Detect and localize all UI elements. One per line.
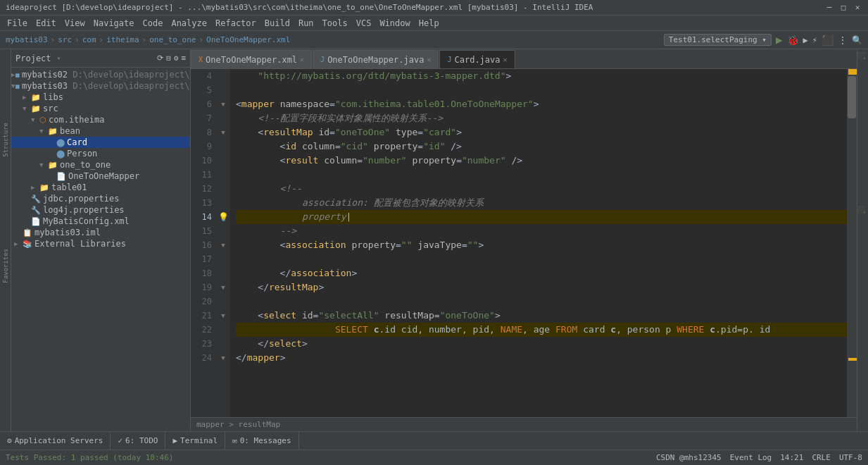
- more-run-options[interactable]: ⋮: [838, 35, 848, 46]
- nav-mybatis03[interactable]: mybatis03: [6, 35, 48, 44]
- list-item[interactable]: 🔧 jdbc.properties: [11, 193, 190, 204]
- code-line[interactable]: </resultMap>: [236, 280, 847, 294]
- list-item[interactable]: ▶ ◼ mybatis02 D:\develop\ideaproject\m..…: [11, 69, 190, 80]
- editor-content[interactable]: 4 5 6 7 8 9 10 11 12 13 14 15 16 17 18 1…: [191, 69, 857, 417]
- menu-build[interactable]: Build: [260, 17, 294, 30]
- menu-code[interactable]: Code: [139, 17, 168, 30]
- scrollbar[interactable]: [847, 69, 857, 417]
- menu-vcs[interactable]: VCS: [352, 17, 376, 30]
- nav-filename[interactable]: OneToOneMapper.xml: [206, 35, 290, 44]
- list-item[interactable]: ▼ 📁 src: [11, 103, 190, 114]
- list-item[interactable]: ▼ ◼ mybatis03 D:\develop\ideaproject\m..…: [11, 80, 190, 92]
- tree-item-label: Card: [67, 137, 87, 147]
- run-button[interactable]: ▶: [776, 33, 783, 46]
- code-line[interactable]: association: 配置被包含对象的映射关系: [236, 196, 847, 210]
- settings-icon[interactable]: ⚙: [174, 54, 179, 63]
- menu-run[interactable]: Run: [294, 17, 318, 30]
- list-item[interactable]: 📄 MyBatisConfig.xml: [11, 216, 190, 227]
- code-line[interactable]: [236, 294, 847, 309]
- menu-file[interactable]: File: [3, 17, 32, 30]
- restore-button[interactable]: □: [838, 3, 848, 12]
- toolbar-search[interactable]: 🔍: [852, 35, 862, 45]
- menu-navigate[interactable]: Navigate: [89, 17, 139, 30]
- fold-icon[interactable]: ▼: [221, 354, 225, 361]
- code-line[interactable]: <!--: [236, 182, 847, 196]
- nav-sep5: ›: [199, 35, 203, 44]
- code-line[interactable]: <association property="" javaType="">: [236, 238, 847, 252]
- collapse-all-icon[interactable]: ⊟: [166, 54, 171, 63]
- code-line[interactable]: [236, 168, 847, 182]
- tab-onetoonemapper-java[interactable]: J OneToOneMapper.java ✕: [313, 50, 439, 68]
- menu-tools[interactable]: Tools: [318, 17, 352, 30]
- code-line[interactable]: -->: [236, 224, 847, 238]
- code-line[interactable]: [236, 83, 847, 97]
- run-config-dropdown[interactable]: Test01.selectPaging ▾: [664, 34, 772, 46]
- bottom-tab-app-servers[interactable]: ⚙ Application Servers: [0, 432, 111, 450]
- todo-icon: ✓: [118, 436, 122, 445]
- menu-refactor[interactable]: Refactor: [211, 17, 260, 30]
- fold-icon[interactable]: ▼: [221, 242, 225, 249]
- close-button[interactable]: ✕: [853, 3, 862, 12]
- fold-icon[interactable]: ▼: [221, 129, 225, 136]
- code-line[interactable]: [236, 252, 847, 266]
- list-item[interactable]: ⬤ Person: [11, 148, 190, 159]
- tab-close-icon[interactable]: ✕: [427, 56, 431, 63]
- nav-src[interactable]: src: [58, 35, 72, 44]
- list-item[interactable]: 🔧 log4j.properties: [11, 204, 190, 216]
- list-item[interactable]: ▼ ⬡ com.itheima: [11, 114, 190, 125]
- menu-window[interactable]: Window: [375, 17, 414, 30]
- list-item[interactable]: ⬤ Card: [11, 137, 190, 148]
- tab-close-icon[interactable]: ✕: [300, 56, 304, 63]
- bottom-tab-terminal[interactable]: ▶ Terminal: [165, 432, 225, 450]
- nav-com[interactable]: com: [82, 35, 96, 44]
- gear-icon[interactable]: ≡: [181, 54, 186, 63]
- list-item[interactable]: ▼ 📁 bean: [11, 125, 190, 137]
- right-label-2[interactable]: ⬛: [857, 204, 868, 217]
- list-item[interactable]: 📄 OneToOneMapper: [11, 170, 190, 182]
- debug-button[interactable]: 🐞: [787, 35, 799, 46]
- bottom-tab-messages[interactable]: ✉ 0: Messages: [225, 432, 298, 450]
- code-line[interactable]: property|: [236, 210, 847, 224]
- list-item[interactable]: ▼ 📁 one_to_one: [11, 159, 190, 170]
- code-line[interactable]: </association>: [236, 266, 847, 280]
- right-label-1[interactable]: ⬛: [857, 49, 868, 63]
- nav-one-to-one[interactable]: one_to_one: [149, 35, 196, 44]
- minimize-button[interactable]: ─: [824, 3, 834, 12]
- code-line[interactable]: <result column="number" property="number…: [236, 154, 847, 168]
- sync-icon[interactable]: ⟳: [157, 54, 163, 63]
- project-tree: ▶ ◼ mybatis02 D:\develop\ideaproject\m..…: [11, 68, 190, 431]
- bulb-icon[interactable]: 💡: [218, 212, 229, 222]
- code-line[interactable]: SELECT c.id cid, number, pid, NAME, age …: [236, 323, 847, 337]
- code-line[interactable]: <id column="cid" property="id" />: [236, 140, 847, 154]
- code-line[interactable]: <resultMap id="oneToOne" type="card">: [236, 125, 847, 140]
- list-item[interactable]: 📋 mybatis03.iml: [11, 227, 190, 238]
- nav-itheima[interactable]: itheima: [106, 35, 139, 44]
- fold-icon[interactable]: ▼: [221, 101, 225, 108]
- event-log[interactable]: Event Log: [730, 453, 772, 462]
- code-line[interactable]: "http://mybatis.org/dtd/mybatis-3-mapper…: [236, 69, 847, 83]
- menu-help[interactable]: Help: [415, 17, 444, 30]
- list-item[interactable]: ▶ 📁 libs: [11, 92, 190, 103]
- bottom-tab-todo[interactable]: ✓ 6: TODO: [111, 432, 165, 450]
- run-with-coverage[interactable]: ▶: [803, 35, 808, 45]
- tree-item-label: OneToOneMapper: [68, 171, 139, 181]
- profile-button[interactable]: ⚡: [812, 35, 817, 45]
- favorites-label[interactable]: Favorites: [1, 246, 10, 286]
- structure-label[interactable]: Structure: [1, 120, 10, 160]
- fold-icon[interactable]: ▼: [221, 312, 225, 319]
- code-line[interactable]: </mapper>: [236, 351, 847, 365]
- code-area[interactable]: "http://mybatis.org/dtd/mybatis-3-mapper…: [230, 69, 847, 417]
- list-item[interactable]: ▶ 📚 External Libraries: [11, 238, 190, 249]
- tab-close-icon[interactable]: ✕: [503, 56, 508, 63]
- fold-icon[interactable]: ▼: [221, 284, 225, 291]
- menu-view[interactable]: View: [61, 17, 89, 30]
- code-line[interactable]: <mapper namespace="com.itheima.table01.O…: [236, 97, 847, 111]
- tab-onetoonemapper-xml[interactable]: X OneToOneMapper.xml ✕: [191, 50, 312, 68]
- list-item[interactable]: ▶ 📁 table01: [11, 182, 190, 193]
- code-line[interactable]: <!--配置字段和实体对象属性的映射关系-->: [236, 111, 847, 125]
- menu-analyze[interactable]: Analyze: [167, 17, 211, 30]
- menu-edit[interactable]: Edit: [32, 17, 61, 30]
- tab-card-java[interactable]: J Card.java ✕: [439, 50, 515, 68]
- stop-button[interactable]: ⬛: [822, 35, 834, 46]
- scroll-thumb[interactable]: [848, 76, 856, 118]
